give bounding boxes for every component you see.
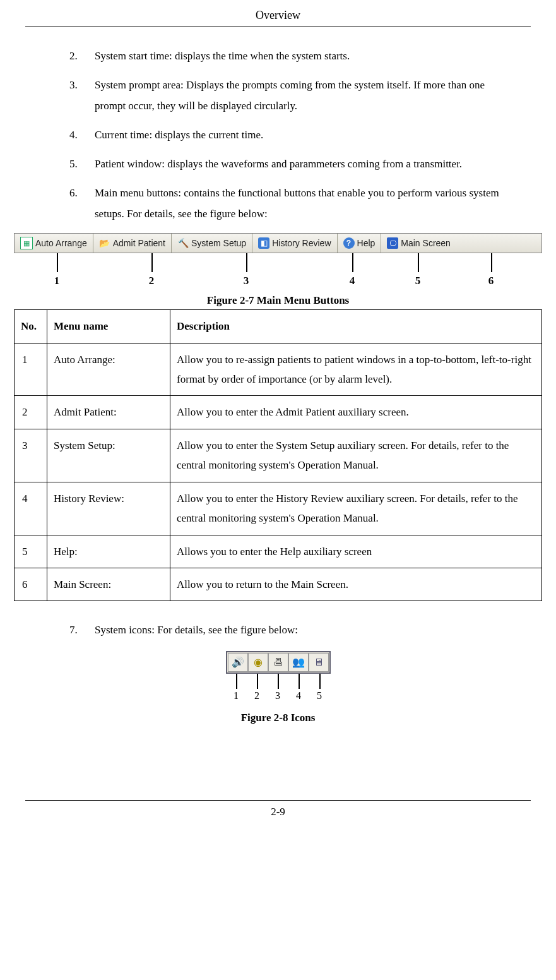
- marker-line: [299, 674, 300, 689]
- list-num: 6.: [69, 183, 95, 224]
- help-button[interactable]: ? Help: [338, 234, 382, 253]
- marker-label: 5: [415, 275, 421, 287]
- printer-icon[interactable]: 🖶: [268, 653, 288, 672]
- numbered-list-post: 7.System icons: For details, see the fig…: [69, 620, 512, 640]
- list-num: 3.: [69, 75, 95, 116]
- marker-line: [418, 253, 419, 272]
- td-name: Main Screen:: [47, 568, 170, 601]
- list-item: 3.System prompt area: Displays the promp…: [69, 75, 512, 116]
- table-row: 5 Help: Allows you to enter the Help aux…: [15, 535, 542, 568]
- body-content: 2.System start time: displays the time w…: [69, 46, 512, 224]
- td-desc: Allow you to enter the System Setup auxi…: [170, 429, 542, 482]
- list-text: Main menu buttons: contains the function…: [95, 183, 512, 224]
- marker-line: [278, 674, 279, 689]
- marker-line: [257, 674, 258, 689]
- marker-label: 2: [149, 275, 155, 287]
- td-desc: Allows you to enter the Help auxiliary s…: [170, 535, 542, 568]
- toolbar-btn-label: History Review: [272, 238, 331, 248]
- th-description: Description: [170, 310, 542, 343]
- td-no: 6: [15, 568, 47, 601]
- marker-line: [57, 253, 58, 272]
- th-menu-name: Menu name: [47, 310, 170, 343]
- td-no: 4: [15, 482, 47, 535]
- table-header-row: No. Menu name Description: [15, 310, 542, 343]
- page-footer: 2-9: [25, 800, 531, 818]
- marker-label: 2: [254, 690, 259, 702]
- marker-label: 4: [350, 275, 355, 287]
- system-setup-button[interactable]: 🔨 System Setup: [172, 234, 252, 253]
- menu-table-wrap: No. Menu name Description 1 Auto Arrange…: [14, 309, 542, 601]
- td-name: Auto Arrange:: [47, 343, 170, 396]
- toolbar-btn-label: Admit Patient: [113, 238, 165, 248]
- history-review-icon: ◧: [258, 237, 269, 249]
- list-item: 7.System icons: For details, see the fig…: [69, 620, 512, 640]
- toolbar-btn-label: Auto Arrange: [35, 238, 87, 248]
- td-no: 2: [15, 396, 47, 429]
- figure-2-7-markers: 1 2 3 4 5 6: [14, 253, 542, 288]
- list-num: 7.: [69, 620, 95, 640]
- figure-2-7: ▦ Auto Arrange 📂 Admit Patient 🔨 System …: [14, 233, 542, 253]
- main-screen-button[interactable]: 🖵 Main Screen: [381, 234, 456, 253]
- numbered-list-pre: 2.System start time: displays the time w…: [69, 46, 512, 224]
- td-name: History Review:: [47, 482, 170, 535]
- td-desc: Allow you to enter the History Review au…: [170, 482, 542, 535]
- history-review-button[interactable]: ◧ History Review: [252, 234, 337, 253]
- marker-label: 4: [296, 690, 301, 702]
- list-num: 2.: [69, 46, 95, 66]
- menu-table: No. Menu name Description 1 Auto Arrange…: [14, 309, 542, 601]
- td-name: System Setup:: [47, 429, 170, 482]
- main-menu-toolbar: ▦ Auto Arrange 📂 Admit Patient 🔨 System …: [14, 233, 542, 253]
- help-icon: ?: [343, 237, 355, 249]
- list-num: 5.: [69, 154, 95, 174]
- disc-icon[interactable]: ◉: [248, 653, 268, 672]
- marker-label: 3: [244, 275, 249, 287]
- monitors-icon[interactable]: 🖥: [309, 653, 329, 672]
- figure-2-8-caption: Figure 2-8 Icons: [0, 712, 556, 724]
- td-desc: Allow you to re-assign patients to patie…: [170, 343, 542, 396]
- table-row: 2 Admit Patient: Allow you to enter the …: [15, 396, 542, 429]
- marker-line: [246, 253, 247, 272]
- page-header-title: Overview: [25, 9, 531, 22]
- admit-patient-icon: 📂: [99, 237, 110, 249]
- auto-arrange-icon: ▦: [20, 237, 33, 249]
- admit-patient-button[interactable]: 📂 Admit Patient: [93, 234, 172, 253]
- document-page: Overview 2.System start time: displays t…: [0, 10, 556, 818]
- marker-line: [352, 253, 353, 272]
- list-item: 2.System start time: displays the time w…: [69, 46, 512, 66]
- list-item: 5.Patient window: displays the waveforms…: [69, 154, 512, 174]
- toolbar-btn-label: System Setup: [191, 238, 246, 248]
- table-row: 3 System Setup: Allow you to enter the S…: [15, 429, 542, 482]
- marker-label: 1: [234, 690, 239, 702]
- td-desc: Allow you to return to the Main Screen.: [170, 568, 542, 601]
- list-text: System icons: For details, see the figur…: [95, 620, 512, 640]
- list-text: System prompt area: Displays the prompts…: [95, 75, 512, 116]
- td-no: 3: [15, 429, 47, 482]
- marker-label: 3: [275, 690, 280, 702]
- td-desc: Allow you to enter the Admit Patient aux…: [170, 396, 542, 429]
- main-screen-icon: 🖵: [387, 237, 398, 249]
- table-row: 6 Main Screen: Allow you to return to th…: [15, 568, 542, 601]
- list-num: 4.: [69, 125, 95, 145]
- list-text: System start time: displays the time whe…: [95, 46, 512, 66]
- system-setup-icon: 🔨: [177, 237, 189, 249]
- toolbar-btn-label: Help: [357, 238, 376, 248]
- people-icon[interactable]: 👥: [288, 653, 309, 672]
- figure-2-7-caption: Figure 2-7 Main Menu Buttons: [0, 294, 556, 307]
- list-text: Current time: displays the current time.: [95, 125, 512, 145]
- figure-2-8: 🔊 ◉ 🖶 👥 🖥 1 2 3 4 5 Figure 2-8 Icons: [0, 651, 556, 724]
- td-name: Admit Patient:: [47, 396, 170, 429]
- toolbar-btn-label: Main Screen: [401, 238, 451, 248]
- list-text: Patient window: displays the waveforms a…: [95, 154, 512, 174]
- table-row: 4 History Review: Allow you to enter the…: [15, 482, 542, 535]
- body-content-2: 7.System icons: For details, see the fig…: [69, 620, 512, 640]
- speaker-icon[interactable]: 🔊: [228, 653, 248, 672]
- marker-line: [151, 253, 153, 272]
- system-icons-bar: 🔊 ◉ 🖶 👥 🖥: [226, 651, 331, 674]
- header-rule: Overview: [25, 10, 531, 27]
- marker-label: 1: [54, 275, 60, 287]
- td-no: 1: [15, 343, 47, 396]
- marker-line: [236, 674, 237, 689]
- auto-arrange-button[interactable]: ▦ Auto Arrange: [15, 234, 93, 253]
- marker-line: [491, 253, 492, 272]
- list-item: 4.Current time: displays the current tim…: [69, 125, 512, 145]
